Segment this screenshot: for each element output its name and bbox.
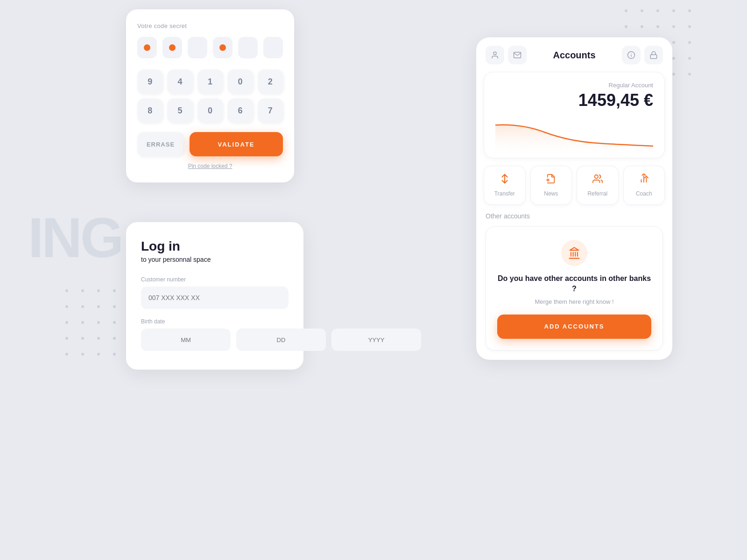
pin-slot-3 — [188, 37, 207, 58]
pin-locked-link[interactable]: Pin code locked ? — [137, 163, 283, 169]
other-accounts-title: Other accounts — [486, 212, 663, 220]
birthdate-row — [141, 329, 289, 351]
key-8[interactable]: 8 — [137, 98, 162, 123]
pin-dot-filled — [219, 44, 226, 51]
merge-card: Do you have other accounts in other bank… — [486, 226, 663, 350]
key-5[interactable]: 5 — [167, 98, 192, 123]
pin-slot-4 — [213, 37, 233, 58]
transfer-action[interactable]: Transfer — [484, 166, 526, 205]
referral-label: Referral — [587, 190, 607, 197]
pin-slot-1 — [137, 37, 157, 58]
key-0b[interactable]: 0 — [197, 98, 223, 123]
svg-marker-15 — [570, 247, 579, 250]
profile-icon-button[interactable] — [486, 46, 504, 64]
key-6[interactable]: 6 — [227, 98, 253, 123]
info-icon-button[interactable] — [622, 46, 641, 64]
pin-slot-5 — [238, 37, 258, 58]
mail-icon-button[interactable] — [508, 46, 527, 64]
lock-icon — [649, 51, 658, 59]
key-0a[interactable]: 0 — [227, 70, 253, 94]
pin-title: Votre code secret — [137, 22, 283, 29]
lock-icon-button[interactable] — [644, 46, 663, 64]
keypad: 9 4 1 0 2 8 5 0 6 7 — [137, 70, 283, 123]
customer-number-label: Customer number — [141, 276, 289, 283]
key-1[interactable]: 1 — [197, 70, 223, 94]
login-panel: Log in to your personnal space Customer … — [126, 222, 303, 370]
pin-actions: ERRASE VALIDATE — [137, 132, 283, 156]
bank-icon — [561, 240, 587, 266]
chart-container — [495, 116, 653, 158]
key-2[interactable]: 2 — [258, 70, 283, 94]
balance-chart — [495, 116, 653, 158]
key-9[interactable]: 9 — [137, 70, 162, 94]
year-input[interactable] — [331, 329, 421, 351]
quick-actions: Transfer News Referral — [484, 166, 665, 205]
month-input[interactable] — [141, 329, 231, 351]
customer-number-input[interactable] — [141, 287, 289, 309]
pin-slots-row — [137, 37, 283, 58]
news-icon — [546, 174, 556, 187]
coach-label: Coach — [636, 190, 652, 197]
add-accounts-button[interactable]: ADD ACCOUNTS — [497, 315, 651, 339]
person-icon — [491, 51, 499, 59]
coach-action[interactable]: Coach — [623, 166, 665, 205]
dots-decoration-left — [65, 289, 132, 356]
referral-action[interactable]: Referral — [577, 166, 619, 205]
balance-card: Regular Account 1459,45 € — [484, 72, 665, 158]
info-icon — [627, 51, 635, 59]
login-subtitle: to your personnal space — [141, 256, 289, 263]
regular-account-label: Regular Account — [495, 82, 653, 89]
pin-dot-filled — [169, 44, 176, 51]
svg-rect-4 — [650, 55, 657, 58]
erase-button[interactable]: ERRASE — [137, 132, 184, 156]
transfer-icon — [500, 174, 510, 187]
merge-heading: Do you have other accounts in other bank… — [497, 273, 651, 294]
accounts-nav: Accounts — [476, 37, 672, 72]
other-accounts-section: Other accounts Do you have other account… — [476, 212, 672, 360]
news-action[interactable]: News — [530, 166, 572, 205]
news-label: News — [544, 190, 558, 197]
login-title: Log in — [141, 239, 289, 254]
referral-icon — [592, 174, 603, 187]
svg-point-0 — [493, 52, 496, 55]
pin-slot-2 — [162, 37, 182, 58]
pin-slot-6 — [263, 37, 283, 58]
merge-subtext: Merge them here right know ! — [497, 298, 651, 305]
key-4[interactable]: 4 — [167, 70, 192, 94]
mail-icon — [513, 51, 521, 59]
accounts-title: Accounts — [530, 50, 618, 61]
svg-point-6 — [594, 175, 598, 178]
key-7[interactable]: 7 — [258, 98, 283, 123]
day-input[interactable] — [236, 329, 326, 351]
pin-panel: Votre code secret 9 4 1 0 2 8 5 0 6 7 ER… — [126, 9, 294, 182]
brand-text: ING — [28, 205, 122, 270]
accounts-panel: Accounts Regular Account 1459,45 € — [476, 37, 672, 360]
validate-button[interactable]: VALIDATE — [190, 132, 283, 156]
balance-amount: 1459,45 € — [495, 91, 653, 110]
birth-date-label: Birth date — [141, 318, 289, 325]
pin-dot-filled — [144, 44, 150, 51]
coach-icon — [639, 174, 649, 187]
transfer-label: Transfer — [494, 190, 515, 197]
